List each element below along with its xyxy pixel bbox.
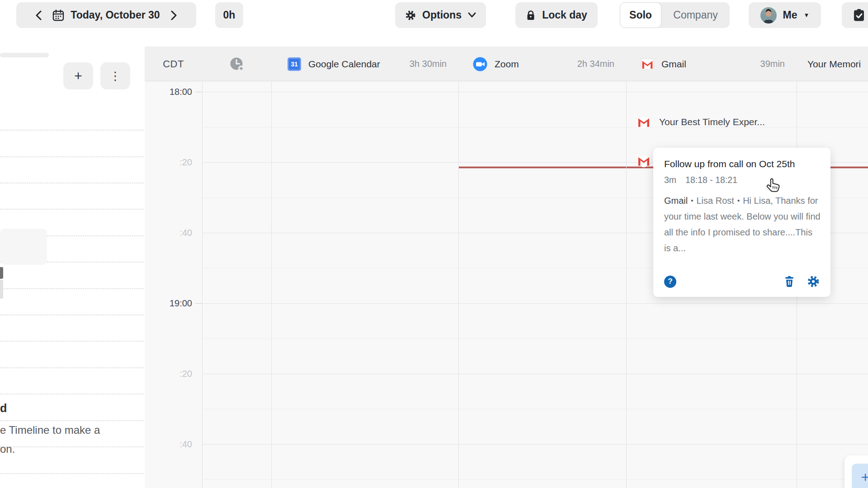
view-toggle: Solo Company [620,2,730,28]
column-separator [271,47,272,488]
app-name: Zoom [495,59,519,70]
divider [0,473,144,474]
chevron-left-icon [35,10,42,20]
gmail-icon [637,115,651,129]
total-hours-badge: 0h [215,2,243,28]
timeline-header: CDT 31 Google Calendar 3h 30min Zoom 2h … [145,47,868,81]
divider [0,420,144,421]
divider [0,209,144,210]
tooltip-sender: Lisa Rost [697,196,734,206]
prev-day-button[interactable] [31,6,46,24]
column-header-memories[interactable]: Your Memori [797,47,868,81]
app-name: Gmail [661,59,686,70]
memory-entry[interactable] [637,154,651,168]
date-navigator: Today, October 30 [16,2,196,28]
separator-dot: • [737,197,740,204]
divider [0,314,144,315]
clock-plus-icon [229,56,245,72]
tooltip-meta: 3m18:18 - 18:21 [664,175,820,185]
gridline [202,409,868,409]
next-day-button[interactable] [166,6,182,24]
lock-day-button[interactable]: Lock day [515,2,598,28]
entry-tooltip: Follow up from call on Oct 25th 3m18:18 … [653,148,830,297]
dropdown-triangle-icon: ▼ [804,12,810,19]
gridline [202,92,868,92]
total-hours-label: 0h [223,9,236,21]
divider [0,367,144,368]
app-name: Your Memori [807,59,861,70]
hand-cursor-icon [765,178,782,195]
add-project-button[interactable]: + [63,62,93,89]
gridline [202,338,868,339]
divider [0,288,144,289]
onboarding-text: d [0,402,7,415]
divider [0,394,144,394]
memory-entry-title: Your Best Timely Exper... [659,117,765,127]
time-label: :40 [145,228,192,238]
column-header-gmail[interactable]: Gmail 39min [626,47,797,81]
tooltip-title: Follow up from call on Oct 25th [664,159,820,169]
hour-tick [195,92,202,92]
gridline [202,444,868,445]
app-duration: 39min [760,59,785,69]
help-button[interactable]: ? [664,276,676,288]
app-duration: 2h 34min [577,59,614,69]
user-menu-button[interactable]: Me ▼ [749,2,821,28]
gmail-icon [637,154,651,168]
hour-tick [195,303,202,304]
sidebar: + ⋮ d e Timeline to make a on. [0,39,145,488]
tracked-time-column-header[interactable] [202,47,271,81]
company-label: Company [673,9,717,21]
separator-dot: • [691,197,693,204]
clipboard-check-icon [853,9,865,22]
gridline [202,479,868,480]
kebab-menu-icon: ⋮ [109,69,121,83]
trash-button[interactable] [784,276,794,287]
column-header-zoom[interactable]: Zoom 2h 34min [458,47,626,81]
onboarding-text: e Timeline to make a [0,424,100,436]
time-label: :20 [145,369,192,379]
plus-icon: + [74,68,82,84]
options-label: Options [422,9,462,21]
toggle-solo[interactable]: Solo [620,2,661,28]
tasks-button[interactable] [842,2,868,28]
gmail-icon [641,58,654,70]
sidebar-ghost-card [0,229,47,265]
gear-icon [405,10,416,21]
timezone-label: CDT [145,47,202,81]
options-button[interactable]: Options [395,2,486,28]
google-calendar-icon: 31 [288,57,301,71]
time-label: :40 [145,439,192,450]
time-label: 18:00 [145,87,192,97]
column-separator [626,47,627,488]
help-icon: ? [668,277,672,286]
sidebar-ghost-item [0,53,49,57]
gridline [202,127,868,127]
tooltip-time-range: 18:18 - 18:21 [685,175,737,185]
draft-entry-card: + [844,455,868,488]
time-label: 19:00 [145,298,192,309]
sidebar-clipped-item [0,267,3,279]
chevron-right-icon [170,10,177,20]
gridline [202,374,868,374]
divider [0,341,144,342]
sidebar-clipped-item [0,280,3,299]
toggle-company[interactable]: Company [661,2,730,28]
user-menu-label: Me [783,9,797,21]
column-header-google-calendar[interactable]: 31 Google Calendar 3h 30min [271,47,458,81]
date-label: Today, October 30 [71,9,160,21]
divider [0,446,144,447]
divider [0,130,144,131]
memory-entry[interactable]: Your Best Timely Exper... [637,115,765,129]
gridline [202,303,868,304]
add-entry-button[interactable]: + [852,464,868,488]
tooltip-source: Gmail [664,196,688,206]
tooltip-footer: ? [664,275,820,288]
settings-button[interactable] [807,275,820,288]
tooltip-duration: 3m [664,175,676,185]
divider [0,183,144,183]
chevron-down-icon [468,12,476,18]
time-label: :20 [145,157,192,168]
solo-label: Solo [629,9,652,21]
sidebar-menu-button[interactable]: ⋮ [100,62,130,89]
